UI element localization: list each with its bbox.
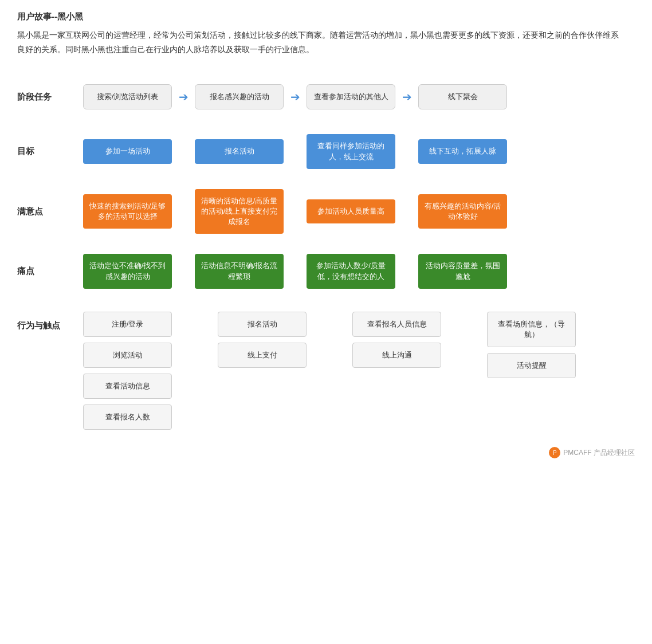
satisfaction-item-2: 参加活动人员质量高 [307, 199, 395, 223]
goal-item-1: 报名活动 [195, 139, 284, 163]
goal-item-2: 查看同样参加活动的人，线上交流 [307, 134, 395, 168]
behavior-item-0-3: 查看报名人数 [83, 405, 172, 430]
behavior-col-1: 报名活动 线上支付 [218, 312, 329, 368]
behavior-item-2-1: 线上沟通 [352, 343, 441, 368]
behavior-item-2-0: 查看报名人员信息 [352, 312, 441, 337]
satisfaction-item-0: 快速的搜索到活动/足够多的活动可以选择 [83, 194, 172, 229]
pain-item-3: 活动内容质量差，氛围尴尬 [418, 254, 507, 288]
page-title: 用户故事--黑小黑 [17, 11, 635, 22]
diagram: 阶段任务 搜索/浏览活动列表 ➔ 报名感兴趣的活动 ➔ 查看参加活动的其他人 ➔… [17, 74, 635, 435]
stage-item-0: 搜索/浏览活动列表 [83, 84, 172, 109]
goal-item-0: 参加一场活动 [83, 139, 172, 163]
behavior-item-0-0: 注册/登录 [83, 312, 172, 337]
stage-content: 搜索/浏览活动列表 ➔ 报名感兴趣的活动 ➔ 查看参加活动的其他人 ➔ 线下聚会 [83, 74, 635, 120]
behavior-item-3-1: 活动提醒 [487, 353, 576, 378]
behavior-col-0: 注册/登录 浏览活动 查看活动信息 查看报名人数 [83, 312, 195, 430]
behavior-item-1-1: 线上支付 [218, 343, 307, 368]
arrow-2: ➔ [395, 90, 418, 104]
stage-row: 阶段任务 搜索/浏览活动列表 ➔ 报名感兴趣的活动 ➔ 查看参加活动的其他人 ➔… [17, 74, 635, 120]
goal-item-3: 线下互动，拓展人脉 [418, 139, 507, 163]
stage-item-2: 查看参加活动的其他人 [307, 84, 395, 109]
satisfaction-item-3: 有感兴趣的活动内容/活动体验好 [418, 194, 507, 229]
stage-label: 阶段任务 [17, 74, 83, 120]
behavior-item-1-0: 报名活动 [218, 312, 307, 337]
pain-item-1: 活动信息不明确/报名流程繁琐 [195, 254, 284, 288]
behavior-content: 注册/登录 浏览活动 查看活动信息 查看报名人数 报名活动 线上支付 查看报名人… [83, 306, 635, 436]
behavior-label: 行为与触点 [17, 306, 83, 337]
description: 黑小黑是一家互联网公司的运营经理，经常为公司策划活动，接触过比较多的线下商家。随… [17, 28, 624, 57]
behavior-item-3-0: 查看场所信息，（导航） [487, 312, 576, 347]
pain-content: 活动定位不准确/找不到感兴趣的活动 活动信息不明确/报名流程繁琐 参加活动人数少… [83, 248, 635, 294]
arrow-1: ➔ [284, 90, 307, 104]
pain-item-0: 活动定位不准确/找不到感兴趣的活动 [83, 254, 172, 288]
satisfaction-item-1: 清晰的活动信息/高质量的活动/线上直接支付完成报名 [195, 189, 284, 234]
stage-item-3: 线下聚会 [418, 84, 507, 109]
satisfaction-content: 快速的搜索到活动/足够多的活动可以选择 清晰的活动信息/高质量的活动/线上直接支… [83, 183, 635, 240]
goal-row: 目标 参加一场活动 报名活动 查看同样参加活动的人，线上交流 线下互动，拓展人脉 [17, 128, 635, 174]
footer: P PMCAFF 产品经理社区 [17, 447, 635, 458]
goal-content: 参加一场活动 报名活动 查看同样参加活动的人，线上交流 线下互动，拓展人脉 [83, 128, 635, 174]
behavior-row: 行为与触点 注册/登录 浏览活动 查看活动信息 查看报名人数 报名活动 线上支付… [17, 306, 635, 436]
satisfaction-label: 满意点 [17, 183, 83, 240]
stage-item-1: 报名感兴趣的活动 [195, 84, 284, 109]
behavior-col-2: 查看报名人员信息 线上沟通 [352, 312, 464, 368]
behavior-col-3: 查看场所信息，（导航） 活动提醒 [487, 312, 599, 379]
behavior-item-0-2: 查看活动信息 [83, 374, 172, 399]
goal-label: 目标 [17, 128, 83, 174]
pain-row: 痛点 活动定位不准确/找不到感兴趣的活动 活动信息不明确/报名流程繁琐 参加活动… [17, 248, 635, 294]
footer-logo: P [549, 447, 560, 458]
footer-text: PMCAFF 产品经理社区 [563, 448, 635, 458]
pain-label: 痛点 [17, 248, 83, 294]
arrow-0: ➔ [172, 90, 195, 104]
satisfaction-row: 满意点 快速的搜索到活动/足够多的活动可以选择 清晰的活动信息/高质量的活动/线… [17, 183, 635, 240]
pain-item-2: 参加活动人数少/质量低，没有想结交的人 [307, 254, 395, 288]
behavior-item-0-1: 浏览活动 [83, 343, 172, 368]
